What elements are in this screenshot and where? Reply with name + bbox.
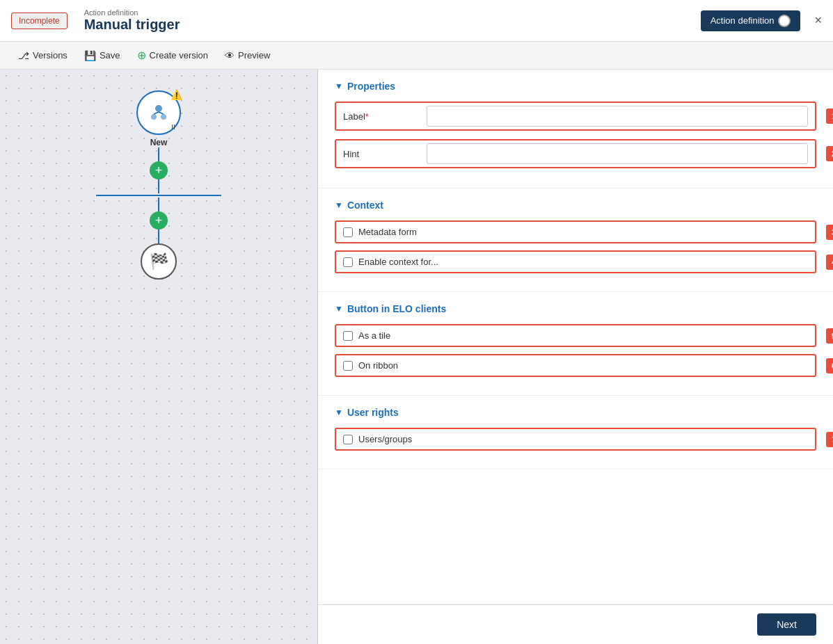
svg-line-4 <box>159 112 164 114</box>
label-input-row: Label* <box>336 103 815 129</box>
users-groups-box: Users/groups <box>335 428 816 451</box>
pause-icon: ⏸ <box>170 123 177 131</box>
as-a-tile-checkbox-row: As a tile <box>336 325 815 346</box>
metadata-form-label: Metadata form <box>358 227 417 237</box>
main-layout: ⚠️ ⏸ New + + <box>0 70 833 644</box>
svg-line-3 <box>154 112 159 114</box>
versions-icon: ⎇ <box>18 50 29 61</box>
on-ribbon-box: On ribbon <box>335 354 816 377</box>
connector-line-1 <box>158 147 159 161</box>
enable-context-checkbox-row: Enable context for... <box>336 252 815 272</box>
badge-2: 2 <box>826 146 833 161</box>
hint-input-row: Hint <box>336 140 815 167</box>
as-a-tile-box: As a tile <box>335 324 816 347</box>
close-button[interactable]: × <box>814 13 822 28</box>
add-node-button-1[interactable]: + <box>150 161 168 179</box>
users-groups-checkbox[interactable] <box>343 435 353 444</box>
add-node-button-2[interactable]: + <box>150 211 168 230</box>
right-panel-content: ▼ Properties Label* <box>318 70 833 511</box>
svg-point-2 <box>161 114 166 120</box>
flow-canvas: ⚠️ ⏸ New + + <box>0 70 318 644</box>
next-button[interactable]: Next <box>757 613 816 636</box>
create-version-button[interactable]: ⊕ Create version <box>130 45 216 65</box>
header-left: Incomplete Action definition Manual trig… <box>11 8 180 33</box>
user-rights-section: ▼ User rights Users/groups 7 <box>318 396 833 469</box>
create-version-icon: ⊕ <box>137 49 146 62</box>
label-input-wrapper <box>427 106 815 127</box>
required-asterisk: * <box>365 111 369 122</box>
badge-1: 1 <box>826 108 833 124</box>
button-chevron-icon: ▼ <box>335 304 343 314</box>
badge-3: 3 <box>826 225 833 240</box>
metadata-form-checkbox[interactable] <box>343 227 353 237</box>
context-section-header: ▼ Context <box>335 200 816 211</box>
hint-field-label: Hint <box>336 149 427 159</box>
as-a-tile-row: As a tile 5 <box>335 324 816 347</box>
start-node-circle[interactable]: ⚠️ ⏸ <box>136 90 181 135</box>
on-ribbon-checkbox-row: On ribbon <box>336 355 815 376</box>
properties-section: ▼ Properties Label* <box>318 70 833 188</box>
user-rights-section-header: ▼ User rights <box>335 407 816 418</box>
badge-5: 5 <box>826 328 833 344</box>
flag-icon: 🏁 <box>150 252 168 271</box>
panel-title-area: Action definition Manual trigger <box>84 8 180 33</box>
badge-4: 4 <box>826 255 833 270</box>
metadata-form-checkbox-row: Metadata form <box>336 222 815 242</box>
users-groups-checkbox-row: Users/groups <box>336 429 815 449</box>
panel-title: Manual trigger <box>84 17 180 33</box>
svg-point-1 <box>151 114 157 120</box>
badge-6: 6 <box>826 358 833 373</box>
users-groups-row: Users/groups 7 <box>335 428 816 451</box>
hint-input[interactable] <box>427 143 808 164</box>
button-section-header: ▼ Button in ELO clients <box>335 303 816 314</box>
header-right: Action definition × <box>701 10 822 31</box>
label-field-label: Label* <box>336 111 427 122</box>
connector-line-3 <box>158 198 159 211</box>
on-ribbon-checkbox[interactable] <box>343 361 353 371</box>
properties-chevron-icon: ▼ <box>335 81 343 91</box>
label-field-row: Label* 1 <box>335 102 816 131</box>
node-label: New <box>150 138 168 147</box>
user-rights-chevron-icon: ▼ <box>335 408 343 417</box>
incomplete-badge[interactable]: Incomplete <box>11 13 68 29</box>
users-groups-label: Users/groups <box>358 434 412 444</box>
on-ribbon-row: On ribbon 6 <box>335 354 816 377</box>
as-a-tile-checkbox[interactable] <box>343 331 353 341</box>
enable-context-row: Enable context for... 4 <box>335 250 816 273</box>
toolbar: ⎇ Versions 💾 Save ⊕ Create version 👁 Pre… <box>0 42 833 70</box>
as-a-tile-label: As a tile <box>358 330 390 341</box>
context-chevron-icon: ▼ <box>335 200 343 210</box>
svg-point-0 <box>155 105 162 112</box>
label-input[interactable] <box>427 106 808 127</box>
connector-line-2 <box>158 179 159 193</box>
preview-icon: 👁 <box>225 50 235 61</box>
on-ribbon-label: On ribbon <box>358 360 398 371</box>
hint-annotated-box: Hint <box>335 139 816 168</box>
context-section: ▼ Context Metadata form 3 <box>318 188 833 292</box>
start-node-icon <box>148 102 170 124</box>
action-def-button[interactable]: Action definition <box>701 10 801 31</box>
metadata-form-box: Metadata form <box>335 220 816 243</box>
hint-field-row: Hint 2 <box>335 139 816 168</box>
badge-7: 7 <box>826 432 833 447</box>
flow-area: ⚠️ ⏸ New + + <box>0 70 317 280</box>
connector-line-4 <box>158 230 159 243</box>
panel-subtitle: Action definition <box>84 8 180 17</box>
hint-input-wrapper <box>427 143 815 164</box>
metadata-form-row: Metadata form 3 <box>335 220 816 243</box>
top-header: Incomplete Action definition Manual trig… <box>0 0 833 42</box>
preview-button[interactable]: 👁 Preview <box>218 47 277 65</box>
properties-section-header: ▼ Properties <box>335 81 816 92</box>
save-button[interactable]: 💾 Save <box>77 47 127 65</box>
button-section: ▼ Button in ELO clients As a tile 5 <box>318 292 833 396</box>
enable-context-box: Enable context for... <box>335 250 816 273</box>
versions-button[interactable]: ⎇ Versions <box>11 47 74 65</box>
enable-context-label: Enable context for... <box>358 257 438 267</box>
horizontal-separator <box>96 195 221 196</box>
end-node[interactable]: 🏁 <box>141 243 177 280</box>
warning-icon: ⚠️ <box>170 89 182 100</box>
enable-context-checkbox[interactable] <box>343 257 353 267</box>
right-panel: ▼ Properties Label* <box>318 70 833 644</box>
save-icon: 💾 <box>84 50 96 61</box>
start-node: ⚠️ ⏸ New <box>136 90 181 147</box>
